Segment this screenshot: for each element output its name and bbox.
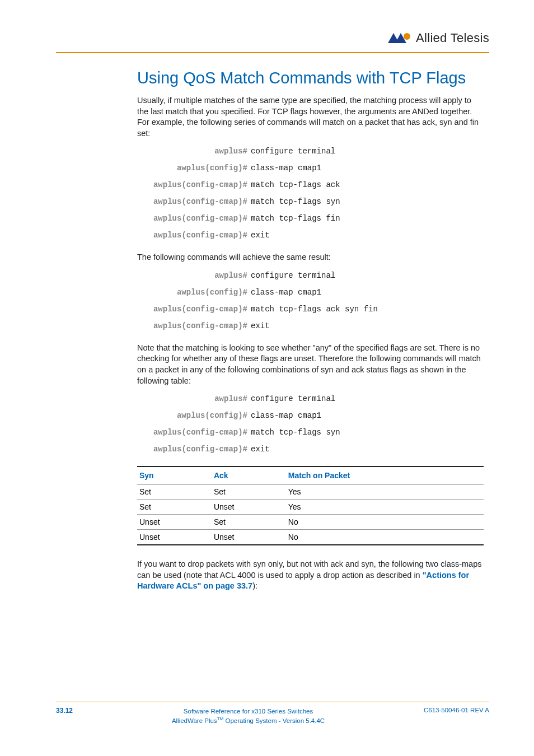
table-cell: Yes (286, 500, 484, 515)
command-prompt: awplus# (153, 394, 251, 403)
command-prompt: awplus# (153, 271, 251, 280)
command-prompt: awplus(config)# (153, 164, 251, 172)
paragraph-2: The following commands will achieve the … (137, 252, 484, 263)
command-line: awplus(config-cmap)#match tcp-flags syn (153, 197, 484, 206)
page-heading: Using QoS Match Commands with TCP Flags (137, 69, 484, 87)
paragraph-intro: Usually, if multiple matches of the same… (137, 95, 484, 139)
table-cell: Unset (212, 500, 286, 515)
command-text: match tcp-flags fin (251, 214, 340, 223)
table-cell: Set (137, 500, 212, 515)
command-line: awplus(config-cmap)#match tcp-flags ack … (153, 305, 484, 314)
command-text: match tcp-flags syn (251, 428, 340, 437)
command-text: match tcp-flags ack (251, 180, 340, 189)
command-prompt: awplus(config-cmap)# (153, 214, 251, 223)
command-line: awplus(config-cmap)#match tcp-flags syn (153, 428, 484, 437)
footer-title: Software Reference for x310 Series Switc… (172, 707, 325, 716)
table-cell: Unset (137, 515, 212, 530)
table-row: UnsetUnsetNo (137, 530, 484, 545)
table-row: UnsetSetNo (137, 515, 484, 530)
command-text: configure terminal (251, 271, 335, 280)
command-text: configure terminal (251, 147, 335, 156)
command-prompt: awplus(config-cmap)# (153, 180, 251, 189)
command-text: match tcp-flags syn (251, 197, 340, 206)
command-line: awplus(config-cmap)#match tcp-flags ack (153, 180, 484, 189)
table-cell: No (286, 515, 484, 530)
table-header: Syn (137, 466, 212, 484)
command-line: awplus(config-cmap)#exit (153, 445, 484, 454)
command-line: awplus(config-cmap)#exit (153, 231, 484, 240)
table-row: SetSetYes (137, 484, 484, 500)
para4-text-b: ): (252, 581, 257, 590)
table-cell: Unset (137, 530, 212, 545)
footer-version: AlliedWare PlusTM Operating System - Ver… (172, 716, 325, 725)
command-line: awplus#configure terminal (153, 147, 484, 156)
doc-revision: C613-50046-01 REV A (424, 707, 489, 713)
command-prompt: awplus# (153, 147, 251, 156)
command-prompt: awplus(config-cmap)# (153, 445, 251, 454)
command-prompt: awplus(config-cmap)# (153, 231, 251, 240)
table-cell: Set (212, 515, 286, 530)
command-line: awplus(config-cmap)#match tcp-flags fin (153, 214, 484, 223)
command-line: awplus#configure terminal (153, 394, 484, 403)
command-prompt: awplus(config-cmap)# (153, 428, 251, 437)
command-line: awplus#configure terminal (153, 271, 484, 280)
command-block-2: awplus#configure terminalawplus(config)#… (153, 271, 484, 330)
command-line: awplus(config)#class-map cmap1 (153, 164, 484, 172)
command-line: awplus(config-cmap)#exit (153, 321, 484, 330)
command-prompt: awplus(config)# (153, 411, 251, 420)
brand-logo: Allied Telesis (388, 31, 489, 45)
table-row: SetUnsetYes (137, 500, 484, 515)
command-text: exit (251, 231, 270, 240)
footer-center: Software Reference for x310 Series Switc… (172, 707, 325, 725)
paragraph-4: If you want to drop packets with syn onl… (137, 559, 484, 592)
table-header: Match on Packet (286, 466, 484, 484)
command-text: class-map cmap1 (251, 164, 321, 172)
command-text: class-map cmap1 (251, 411, 321, 420)
command-text: class-map cmap1 (251, 288, 321, 297)
paragraph-3: Note that the matching is looking to see… (137, 343, 484, 386)
table-cell: Unset (212, 530, 286, 545)
command-text: configure terminal (251, 394, 335, 403)
table-header: Ack (212, 466, 286, 484)
table-cell: Set (137, 484, 212, 500)
table-cell: Set (212, 484, 286, 500)
command-text: exit (251, 321, 270, 330)
command-text: match tcp-flags ack syn fin (251, 305, 378, 314)
command-prompt: awplus(config-cmap)# (153, 305, 251, 314)
brand-text: Allied Telesis (416, 31, 489, 45)
command-prompt: awplus(config-cmap)# (153, 321, 251, 330)
page-number: 33.12 (56, 707, 73, 715)
command-line: awplus(config)#class-map cmap1 (153, 288, 484, 297)
svg-point-2 (404, 33, 410, 40)
command-text: exit (251, 445, 270, 454)
command-block-3: awplus#configure terminalawplus(config)#… (153, 394, 484, 454)
table-cell: Yes (286, 484, 484, 500)
command-prompt: awplus(config)# (153, 288, 251, 297)
command-prompt: awplus(config-cmap)# (153, 197, 251, 206)
command-block-1: awplus#configure terminalawplus(config)#… (153, 147, 484, 240)
command-line: awplus(config)#class-map cmap1 (153, 411, 484, 420)
table-cell: No (286, 530, 484, 545)
flags-table: SynAckMatch on Packet SetSetYesSetUnsetY… (137, 466, 484, 545)
